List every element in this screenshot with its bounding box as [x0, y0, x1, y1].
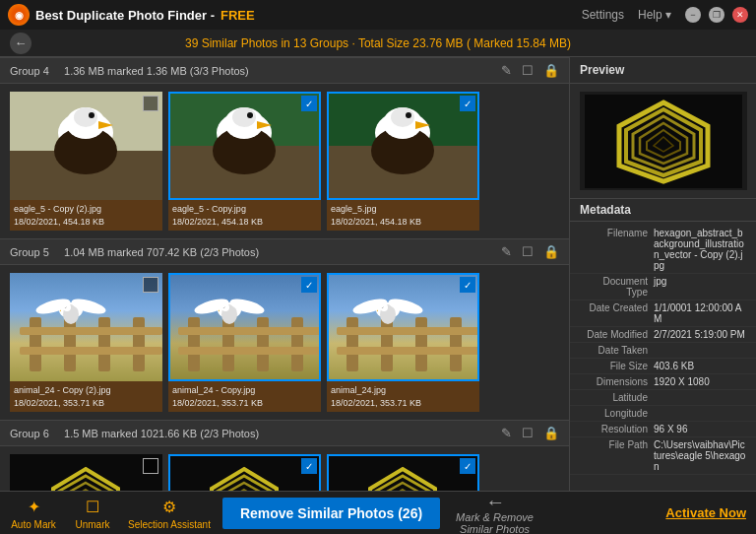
photo-bird-checkbox[interactable] — [460, 277, 475, 293]
photo-hex-1[interactable] — [10, 454, 162, 491]
svg-rect-43 — [178, 327, 321, 335]
metadata-value: 2/7/2021 5:19:00 PM — [654, 329, 746, 340]
photo-hex-3-checkbox[interactable] — [460, 458, 475, 474]
svg-rect-55 — [415, 317, 427, 371]
group-4-title: Group 4 1.36 MB marked 1.36 MB (3/3 Phot… — [10, 65, 501, 77]
photo-eagle-copy-checkbox[interactable] — [301, 96, 317, 111]
group-5-check-icon[interactable]: ☐ — [522, 244, 534, 259]
svg-rect-25 — [30, 317, 41, 371]
svg-rect-58 — [337, 347, 479, 355]
metadata-value — [654, 392, 746, 403]
svg-point-5 — [74, 107, 97, 127]
svg-point-6 — [89, 112, 94, 118]
group-4-lock-icon[interactable]: 🔒 — [543, 63, 559, 78]
unmark-button[interactable]: ☐ Unmark — [69, 496, 116, 530]
photo-eagle-copy2-img — [10, 92, 162, 200]
selection-label: Selection Assistant — [128, 519, 211, 530]
photo-eagle-copy[interactable]: eagle_5 - Copy.jpg18/02/2021, 454.18 KB — [168, 92, 321, 231]
metadata-key: Latitude — [580, 392, 654, 403]
group-6-title: Group 6 1.5 MB marked 1021.66 KB (2/3 Ph… — [10, 428, 501, 439]
help-button[interactable]: Help ▾ — [638, 8, 671, 22]
photo-eagle-copy2[interactable]: eagle_5 - Copy (2).jpg18/02/2021, 454.18… — [10, 92, 162, 231]
metadata-key: Dimensions — [580, 376, 654, 387]
group-6-check-icon[interactable]: ☐ — [522, 426, 534, 440]
metadata-key: Longitude — [580, 408, 654, 419]
photo-eagle-checkbox[interactable] — [460, 96, 475, 111]
photo-bird-copy[interactable]: animal_24 - Copy.jpg18/02/2021, 353.71 K… — [168, 273, 321, 412]
eagle-2-svg — [168, 92, 321, 200]
photo-eagle-img — [327, 92, 479, 200]
photo-hex-2-checkbox[interactable] — [301, 458, 317, 474]
activate-now-button[interactable]: Activate Now — [665, 505, 746, 520]
minimize-button[interactable]: − — [685, 7, 701, 23]
photo-hex-3-img — [327, 454, 479, 491]
metadata-value: 96 X 96 — [654, 424, 746, 434]
group-5-header: Group 5 1.04 MB marked 707.42 KB (2/3 Ph… — [0, 238, 569, 265]
maximize-button[interactable]: ❐ — [709, 7, 724, 23]
group-4-edit-icon[interactable]: ✎ — [501, 63, 512, 78]
group-5-edit-icon[interactable]: ✎ — [501, 244, 512, 259]
metadata-key: File Size — [580, 361, 654, 371]
metadata-value: hexagon_abstract_background_illustration… — [654, 228, 746, 271]
photo-eagle-copy-caption: eagle_5 - Copy.jpg18/02/2021, 454.18 KB — [168, 200, 321, 231]
metadata-row: File Size403.6 KB — [570, 359, 756, 374]
remove-button[interactable]: Remove Similar Photos (26) — [222, 498, 440, 529]
auto-mark-button[interactable]: ✦ Auto Mark — [10, 496, 57, 530]
svg-point-21 — [391, 107, 414, 127]
photo-hex-3[interactable] — [327, 454, 479, 491]
metadata-row: Date Taken — [570, 343, 756, 359]
metadata-row: Filenamehexagon_abstract_background_illu… — [570, 226, 756, 274]
group-4-check-icon[interactable]: ☐ — [522, 63, 534, 78]
photo-bird[interactable]: animal_24.jpg18/02/2021, 353.71 KB — [327, 273, 479, 412]
auto-mark-label: Auto Mark — [11, 519, 56, 530]
arrow-hint-line2: Similar Photos — [460, 523, 530, 535]
bird-2-svg — [168, 273, 321, 381]
right-panel: Preview Metadata Filenamehexagon_abstrac… — [569, 57, 756, 491]
eagle-1-svg — [10, 92, 162, 200]
auto-mark-icon: ✦ — [23, 496, 44, 517]
metadata-value — [654, 408, 746, 419]
group-6-section: Group 6 1.5 MB marked 1021.66 KB (2/3 Ph… — [0, 420, 569, 491]
title-bar-left: ◉ Best Duplicate Photo Finder - FREE — [8, 4, 255, 26]
svg-rect-72 — [168, 454, 321, 491]
photo-hex-2[interactable] — [168, 454, 321, 491]
eagle-3-svg — [327, 92, 479, 200]
group-5-photos: animal_24 - Copy (2).jpg18/02/2021, 353.… — [0, 265, 569, 420]
close-button[interactable]: ✕ — [732, 7, 748, 23]
group-6-header: Group 6 1.5 MB marked 1021.66 KB (2/3 Ph… — [0, 420, 569, 446]
group-4-icons: ✎ ☐ 🔒 — [501, 63, 559, 78]
title-bar-right: Settings Help ▾ − ❐ ✕ — [582, 7, 748, 23]
photo-bird-copy-caption: animal_24 - Copy.jpg18/02/2021, 353.71 K… — [168, 381, 321, 412]
photo-bird-copy2-checkbox[interactable] — [143, 277, 158, 293]
svg-rect-56 — [450, 317, 462, 371]
photo-bird-copy-img — [168, 273, 321, 381]
selection-assistant-button[interactable]: ⚙ Selection Assistant — [128, 496, 211, 530]
photo-hex-1-checkbox[interactable] — [143, 458, 158, 474]
metadata-value — [654, 345, 746, 356]
metadata-key: Date Modified — [580, 329, 654, 340]
metadata-row: Latitude — [570, 390, 756, 406]
metadata-row: Dimensions1920 X 1080 — [570, 374, 756, 390]
back-button[interactable]: ← — [10, 33, 32, 54]
arrow-hint-line1: Mark & Remove — [456, 511, 534, 523]
metadata-row: Longitude — [570, 406, 756, 422]
group-6-icons: ✎ ☐ 🔒 — [501, 426, 559, 440]
photo-bird-copy2[interactable]: animal_24 - Copy (2).jpg18/02/2021, 353.… — [10, 273, 162, 412]
metadata-key: Date Created — [580, 302, 654, 324]
photo-eagle-copy2-checkbox[interactable] — [143, 96, 158, 111]
group-4-section: Group 4 1.36 MB marked 1.36 MB (3/3 Phot… — [0, 57, 569, 238]
metadata-row: Resolution96 X 96 — [570, 422, 756, 437]
selection-icon: ⚙ — [158, 496, 180, 517]
group-5-lock-icon[interactable]: 🔒 — [543, 244, 559, 259]
photo-bird-copy-checkbox[interactable] — [301, 277, 317, 293]
photo-eagle[interactable]: eagle_5.jpg18/02/2021, 454.18 KB — [327, 92, 479, 231]
photo-eagle-caption: eagle_5.jpg18/02/2021, 454.18 KB — [327, 200, 479, 231]
svg-point-13 — [232, 107, 256, 127]
group-6-lock-icon[interactable]: 🔒 — [543, 426, 559, 440]
arrow-symbol: ← — [485, 492, 505, 511]
hex-2-svg — [168, 454, 321, 491]
group-6-edit-icon[interactable]: ✎ — [501, 426, 512, 440]
photo-bird-copy2-caption: animal_24 - Copy (2).jpg18/02/2021, 353.… — [10, 381, 162, 412]
settings-button[interactable]: Settings — [582, 8, 624, 22]
metadata-row: Date Modified2/7/2021 5:19:00 PM — [570, 327, 756, 343]
